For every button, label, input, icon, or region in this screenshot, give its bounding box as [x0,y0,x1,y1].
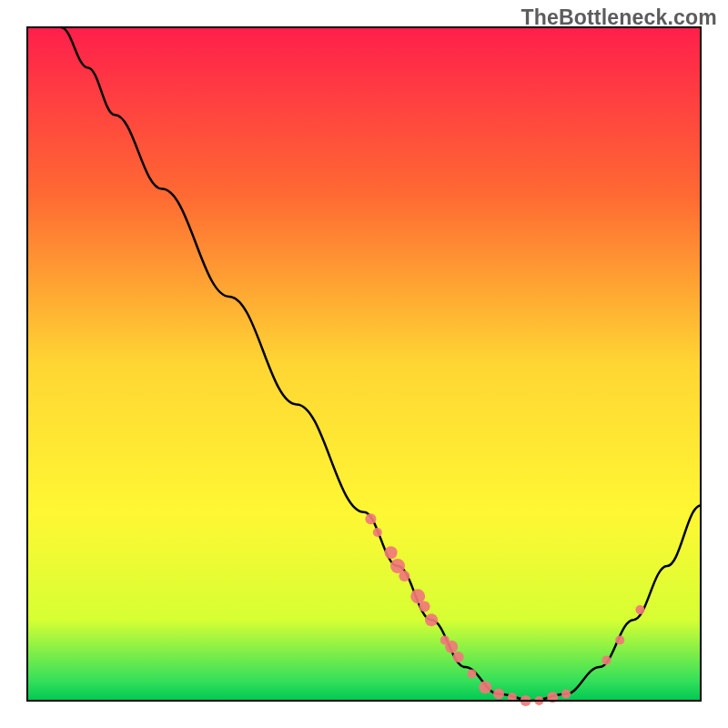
data-marker [493,689,504,700]
data-marker [615,635,624,644]
data-marker [445,641,458,653]
data-marker [635,605,644,614]
data-marker [399,571,410,581]
data-marker [453,652,464,662]
data-marker [561,690,571,699]
data-marker [365,513,376,524]
data-marker [425,613,438,626]
data-marker [602,656,611,665]
data-marker [467,669,476,678]
chart-svg [0,0,728,728]
data-marker [385,546,398,559]
data-marker [420,601,430,612]
data-marker [373,528,382,537]
chart-container: TheBottleneck.com [0,0,728,728]
data-marker [479,681,491,693]
watermark-text: TheBottleneck.com [521,5,717,30]
